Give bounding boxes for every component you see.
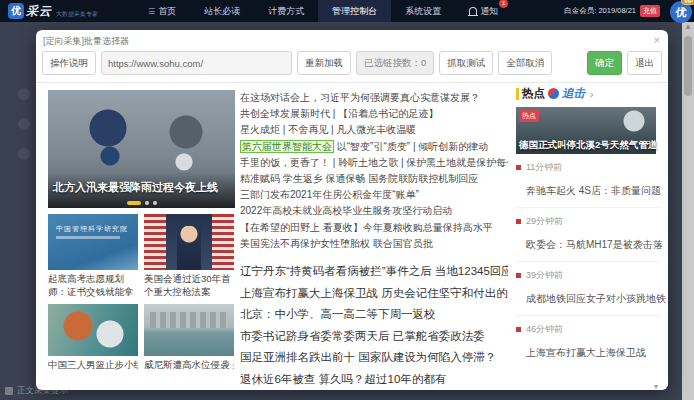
red-bullet-icon xyxy=(516,219,521,224)
hotspot-news-link[interactable]: 欧委会：马航MH17是被袭击落 xyxy=(526,238,660,252)
modal-title: [定向采集]批量选择器 xyxy=(43,35,129,48)
scrollbar-thumb[interactable] xyxy=(684,36,692,96)
headline[interactable]: 精准赋码 学生返乡 保通保畅 国务院联防联控机制回应 xyxy=(240,171,508,187)
headline-highlighted[interactable]: 第六届世界智能大会 以“智变”引“质变” | 倾听创新的律动 xyxy=(240,139,508,155)
account-area: 白金会员: 2019/08/21 充值 xyxy=(564,5,660,17)
hotspot-time: 29分钟前 xyxy=(516,215,660,228)
reload-button[interactable]: 重新加载 xyxy=(297,51,351,75)
yellow-bar-icon xyxy=(516,88,519,100)
nav-item-guide[interactable]: 站长必读 xyxy=(190,0,254,22)
logo-tagline: 大数据采集专家 xyxy=(56,10,98,19)
headline[interactable]: 上海宣布打赢大上海保卫战 历史会记住坚守和付出的所有人 xyxy=(240,283,508,305)
news-thumb[interactable]: 美国会通过近30年首个重大控枪法案 xyxy=(144,214,234,298)
carousel-active-dot[interactable] xyxy=(127,201,141,205)
headline[interactable]: 手里的饭，更香了！ | 聆听土地之歌 | 保护黑土地就是保护每个… xyxy=(240,155,508,171)
hotspot-item: 46分钟前 上海宣布打赢大上海保卫战 xyxy=(516,316,660,369)
red-bullet-icon xyxy=(516,165,521,170)
thumb-caption[interactable]: 威尼斯遭高水位侵袭 圣 xyxy=(144,359,234,372)
headline[interactable]: 美国宪法不再保护女性堕胎权 联合国官员批 xyxy=(240,236,508,252)
checkbox-icon xyxy=(5,387,13,395)
headline[interactable]: 【在希望的田野上 看夏收】今年夏粮收购总量保持高水平 xyxy=(240,220,508,236)
news-thumb[interactable]: 中国管理科学研究院 起底高考志愿规划师：证书交钱就能拿 xyxy=(48,214,138,298)
page-scrollbar[interactable]: ▲ xyxy=(682,22,694,400)
hotspot-time: 39分钟前 xyxy=(516,269,660,282)
news-thumb[interactable]: 中国三人男篮止步小组赛 xyxy=(48,304,138,372)
selected-element-highlight[interactable]: 第六届世界智能大会 xyxy=(240,140,334,153)
hotspot-header[interactable]: 热点 追击 › xyxy=(516,86,660,101)
headline[interactable]: 市委书记跻身省委常委两天后 已掌舵省委政法委 xyxy=(240,326,508,348)
hotspot-card-caption[interactable]: 德国正式叫停北溪2号天然气管道 xyxy=(519,139,654,152)
headline[interactable]: 2022年高校未就业高校毕业生服务攻坚行动启动 xyxy=(240,203,508,219)
hot-badge: 热点 xyxy=(519,110,539,122)
nav-menu: ☰首页 站长必读 计费方式 管理控制台 系统设置 通知 1 xyxy=(134,0,512,22)
hotspot-news-link[interactable]: 奔驰车起火 4S店：非质量问题 xyxy=(526,184,660,198)
thumb-image-flags xyxy=(144,214,234,270)
hotspot-time: 46分钟前 xyxy=(516,323,660,336)
headline[interactable]: 北京：中小学、高一高二等下周一返校 xyxy=(240,304,508,326)
carousel-caption[interactable]: 北方入汛来最强降雨过程今夜上线 xyxy=(53,180,218,195)
carousel-dot[interactable] xyxy=(145,201,149,205)
close-icon[interactable]: × xyxy=(654,34,660,46)
thumbnail-grid: 中国管理科学研究院 起底高考志愿规划师：证书交钱就能拿 美国会通过近30年首个重… xyxy=(48,214,238,372)
thumb-caption[interactable]: 美国会通过近30年首个重大控枪法案 xyxy=(144,273,234,298)
notification-badge: 1 xyxy=(499,0,508,8)
recharge-button[interactable]: 充值 xyxy=(640,5,660,17)
nav-item-notifications[interactable]: 通知 1 xyxy=(455,0,512,22)
logo-icon: 优 xyxy=(8,3,24,19)
chevron-right-icon[interactable]: › xyxy=(590,88,594,100)
news-thumb[interactable]: 威尼斯遭高水位侵袭 圣 xyxy=(144,304,234,372)
app-logo[interactable]: 优 采云 大数据采集专家 xyxy=(8,3,98,20)
left-column: 北方入汛来最强降雨过程今夜上线 中国管理科学研究院 起底高考志愿规划师：证书交钱… xyxy=(48,90,235,372)
hotspot-logo-icon xyxy=(548,88,559,99)
vip-logo-initial: 优 xyxy=(676,5,687,20)
headline-section-2: 辽宁丹东“持黄码者看病被拦”事件之后 当地12345回应 上海宣布打赢大上海保卫… xyxy=(240,261,508,390)
nav-item-settings[interactable]: 系统设置 xyxy=(391,0,455,22)
headline-rest[interactable]: 以“智变”引“质变” | 倾听创新的律动 xyxy=(334,141,488,152)
hotspot-featured-card[interactable]: 热点 德国正式叫停北溪2号天然气管道 xyxy=(516,107,656,154)
hotspot-title-left: 热点 xyxy=(522,86,545,101)
headline[interactable]: 退休近6年被查 算久吗？超过10年的都有 xyxy=(240,369,508,390)
background-sidebar-icon xyxy=(18,148,30,160)
hamburger-icon: ☰ xyxy=(148,7,155,16)
hotspot-news-link[interactable]: 成都地铁回应女子对小孩跳地铁 xyxy=(526,292,660,306)
headline[interactable]: 国足亚洲排名跌出前十 国家队建设为何陷入停滞？ xyxy=(240,347,508,369)
cancel-all-button[interactable]: 全部取消 xyxy=(498,51,552,75)
thumb-image-sign: 中国管理科学研究院 xyxy=(48,214,138,270)
scrollbar-up-icon[interactable]: ▲ xyxy=(682,22,694,31)
headline[interactable]: 三部门发布2021年住房公积金年度“账单” xyxy=(240,187,508,203)
scrape-test-button[interactable]: 抓取测试 xyxy=(439,51,493,75)
thumb-caption[interactable]: 中国三人男篮止步小组赛 xyxy=(48,359,138,372)
background-sidebar-icon xyxy=(18,118,30,130)
toolbar-divider xyxy=(36,82,668,83)
help-button[interactable]: 操作说明 xyxy=(42,51,96,75)
vip-badge: VIP xyxy=(681,0,694,5)
thumb-image-venice xyxy=(144,304,234,356)
headline[interactable]: 共创全球发展新时代 | 【沿着总书记的足迹】 xyxy=(240,106,508,122)
logo-text: 采云 xyxy=(26,3,52,20)
exit-button[interactable]: 退出 xyxy=(627,51,662,75)
url-input[interactable] xyxy=(101,51,292,75)
scroll-down-icon[interactable]: ▾ xyxy=(654,382,658,390)
carousel-dot[interactable] xyxy=(153,201,157,205)
selected-count-indicator: 已选链接数：0 xyxy=(356,51,434,75)
hotspot-news-link[interactable]: 上海宣布打赢大上海保卫战 xyxy=(526,346,660,360)
top-navbar: 优 采云 大数据采集专家 ☰首页 站长必读 计费方式 管理控制台 系统设置 通知… xyxy=(0,0,694,22)
headline[interactable]: 辽宁丹东“持黄码者看病被拦”事件之后 当地12345回应 xyxy=(240,261,508,283)
hotspot-item: 39分钟前 成都地铁回应女子对小孩跳地铁 xyxy=(516,262,660,316)
thumb-image-basketball xyxy=(48,304,138,356)
thumb-caption[interactable]: 起底高考志愿规划师：证书交钱就能拿 xyxy=(48,273,138,298)
sign-subline xyxy=(56,236,120,239)
modal-toolbar: 操作说明 重新加载 已选链接数：0 抓取测试 全部取消 确定 退出 xyxy=(42,50,662,76)
nav-item-home[interactable]: ☰首页 xyxy=(134,0,190,22)
headline-column: 在这场对话会上，习近平为何强调要真心实意谋发展？ 共创全球发展新时代 | 【沿着… xyxy=(240,90,508,390)
headline[interactable]: 在这场对话会上，习近平为何强调要真心实意谋发展？ xyxy=(240,90,508,106)
vip-logo[interactable]: 优 VIP xyxy=(670,1,692,23)
confirm-button[interactable]: 确定 xyxy=(587,51,622,75)
headline[interactable]: 星火成炬 | 不舍再见 | 凡人微光丰收温暖 xyxy=(240,122,508,138)
hotspot-sidebar: 热点 追击 › 热点 德国正式叫停北溪2号天然气管道 11分钟前 奔驰车起火 4… xyxy=(516,86,660,369)
nav-item-pricing[interactable]: 计费方式 xyxy=(254,0,318,22)
hotspot-title-right: 追击 xyxy=(562,86,585,101)
hotspot-time: 11分钟前 xyxy=(516,161,660,174)
carousel-image[interactable]: 北方入汛来最强降雨过程今夜上线 xyxy=(48,90,235,208)
nav-item-console[interactable]: 管理控制台 xyxy=(318,0,391,22)
